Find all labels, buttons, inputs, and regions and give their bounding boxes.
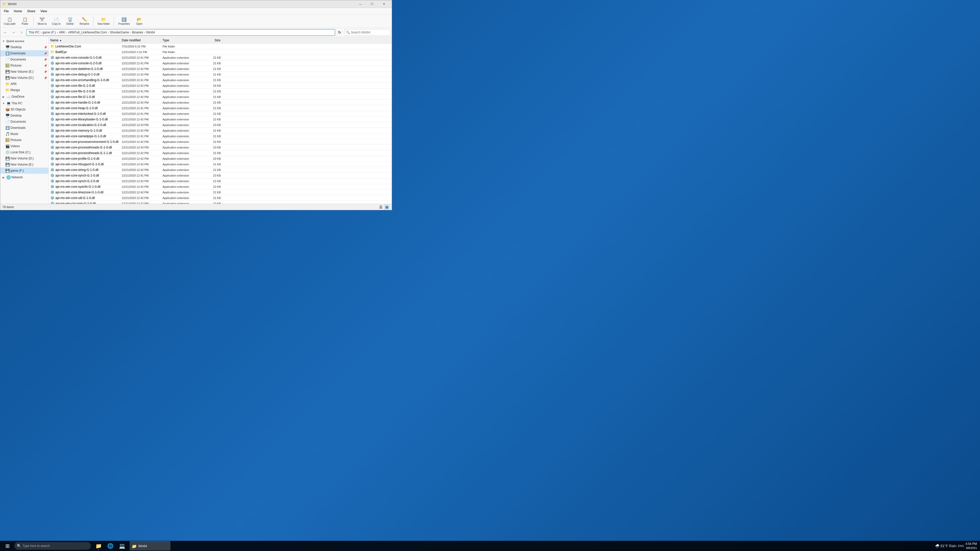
file-size: 21 KB	[202, 60, 222, 66]
sidebar-item-new-vol-d[interactable]: 💾 New Volume (D:) 📌	[0, 75, 48, 81]
sidebar-documents-pc[interactable]: 📄 Documents	[0, 119, 48, 125]
table-row[interactable]: ⚙️ api-ms-win-core-file-l1-1-0.dll 12/21…	[49, 83, 392, 89]
toolbar-properties[interactable]: ℹ️ Properties	[116, 15, 132, 27]
forward-button[interactable]: →	[10, 29, 17, 36]
toolbar-rename[interactable]: ✏️ Rename	[78, 15, 91, 27]
refresh-button[interactable]: ↻	[336, 29, 343, 36]
table-row[interactable]: 📁 BattlEye 12/21/2020 1:31 PM File folde…	[49, 49, 392, 55]
breadcrumb-shooter[interactable]: ShooterGame	[110, 30, 130, 34]
file-name: api-ms-win-core-heap-l1-1-0.dll	[56, 106, 98, 110]
column-header-type[interactable]: Type	[161, 37, 202, 43]
list-view-button[interactable]: ⊞	[384, 204, 390, 210]
toolbar-paste[interactable]: 📋 Paste	[19, 15, 32, 27]
sidebar-item-documents[interactable]: 📄 Documents 📌	[0, 56, 48, 62]
table-row[interactable]: ⚙️ api-ms-win-core-datetime-l1-1-0.dll 1…	[49, 66, 392, 72]
table-row[interactable]: ⚙️ api-ms-win-crt-conio-l1-1-0.dll 12/21…	[49, 201, 392, 204]
sidebar-3d-objects[interactable]: 📦 3D Objects	[0, 106, 48, 113]
close-button[interactable]: ✕	[378, 0, 390, 8]
table-row[interactable]: ⚙️ api-ms-win-core-rtlsupport-l1-1-0.dll…	[49, 162, 392, 167]
toolbar: 📋 Copy path 📋 Paste ✂️ Move to 📄 Copy to…	[0, 14, 392, 28]
file-date: 7/31/2020 6:31 PM	[120, 44, 161, 49]
column-header-name[interactable]: Name ▲	[49, 37, 120, 43]
menu-file[interactable]: File	[1, 8, 11, 14]
search-box[interactable]: 🔍	[344, 29, 390, 36]
table-row[interactable]: ⚙️ api-ms-win-core-localization-l1-2-0.d…	[49, 122, 392, 128]
sidebar-new-vol-e-pc[interactable]: 💾 New Volume (E:)	[0, 162, 48, 168]
menu-view[interactable]: View	[38, 8, 49, 14]
file-type-icon: ⚙️	[50, 162, 54, 166]
table-row[interactable]: ⚙️ api-ms-win-core-debug-l1-1-0.dll 12/2…	[49, 72, 392, 77]
breadcrumb-ark-full[interactable]: ARKFull_LinkNeverDie.Com	[68, 30, 107, 34]
file-size	[202, 44, 222, 49]
sidebar-item-pictures[interactable]: 🖼️ Pictures 📌	[0, 62, 48, 68]
up-button[interactable]: ↑	[18, 29, 25, 36]
table-row[interactable]: ⚙️ api-ms-win-core-file-l1-2-0.dll 12/21…	[49, 89, 392, 94]
sidebar-item-new-vol-e[interactable]: 💾 New Volume (E:) 📌	[0, 68, 48, 75]
sidebar-item-desktop[interactable]: 🖥️ Desktop 📌	[0, 44, 48, 50]
table-row[interactable]: ⚙️ api-ms-win-core-console-l1-2-0.dll 12…	[49, 60, 392, 66]
table-row[interactable]: ⚙️ api-ms-win-core-synch-l1-1-0.dll 12/2…	[49, 173, 392, 178]
file-size: 21 KB	[202, 100, 222, 105]
sidebar-game-f[interactable]: 💾 game (F:)	[0, 168, 48, 174]
details-view-button[interactable]: ☰	[378, 204, 383, 210]
sidebar-this-pc-header[interactable]: ▼ 💻 This PC	[0, 100, 48, 106]
maximize-button[interactable]: ☐	[366, 0, 378, 8]
table-row[interactable]: ⚙️ api-ms-win-core-console-l1-1-0.dll 12…	[49, 55, 392, 60]
table-row[interactable]: ⚙️ api-ms-win-core-libraryloader-l1-1-0.…	[49, 117, 392, 122]
minimize-button[interactable]: —	[355, 0, 366, 8]
breadcrumb-win64[interactable]: Win64	[146, 30, 156, 34]
sidebar-item-ark[interactable]: 📁 ARK	[0, 81, 48, 87]
sidebar-pictures-label: Pictures	[11, 64, 43, 67]
toolbar-new-folder[interactable]: 📁 New folder	[95, 15, 112, 27]
sidebar-network[interactable]: ▶ 🌐 Network	[0, 174, 48, 180]
table-row[interactable]: ⚙️ api-ms-win-core-file-l2-1-0.dll 12/21…	[49, 94, 392, 100]
table-row[interactable]: ⚙️ api-ms-win-core-processthreads-l1-1-0…	[49, 144, 392, 150]
table-row[interactable]: ⚙️ api-ms-win-core-interlocked-l1-1-0.dl…	[49, 111, 392, 117]
toolbar-open[interactable]: 📂 Open	[133, 15, 146, 27]
column-header-size[interactable]: Size	[202, 37, 222, 43]
column-header-date[interactable]: Date modified	[120, 37, 161, 43]
toolbar-copy-to[interactable]: 📄 Copy to	[50, 15, 62, 27]
breadcrumb-this-pc[interactable]: This PC	[28, 30, 40, 34]
menu-home[interactable]: Home	[11, 8, 24, 14]
breadcrumb-game[interactable]: game (F:)	[42, 30, 56, 34]
table-row[interactable]: 📁 LinkNeverDie.Com 7/31/2020 6:31 PM Fil…	[49, 44, 392, 49]
sidebar-item-downloads[interactable]: ⬇️ Downloads 📌	[0, 50, 48, 56]
back-button[interactable]: ←	[2, 29, 9, 36]
breadcrumb-ark[interactable]: ARK	[59, 30, 66, 34]
table-row[interactable]: ⚙️ api-ms-win-core-timezone-l1-1-0.dll 1…	[49, 189, 392, 195]
onedrive-icon: ☁️	[6, 95, 11, 99]
table-row[interactable]: ⚙️ api-ms-win-core-util-l1-1-0.dll 12/21…	[49, 195, 392, 201]
sidebar-desktop-label: Desktop	[11, 45, 43, 49]
sidebar-onedrive[interactable]: ▶ ☁️ OneDrive	[0, 94, 48, 100]
sidebar-downloads-pc[interactable]: ⬇️ Downloads	[0, 125, 48, 131]
breadcrumb-binaries[interactable]: Binaries	[132, 30, 144, 34]
breadcrumb[interactable]: This PC › game (F:) › ARK › ARKFull_Link…	[26, 29, 335, 36]
file-type: Application extension	[161, 105, 202, 111]
sidebar-new-vol-d-pc[interactable]: 💾 New Volume (D:)	[0, 156, 48, 162]
search-input[interactable]	[351, 30, 389, 34]
table-row[interactable]: ⚙️ api-ms-win-core-processenvironment-l1…	[49, 139, 392, 144]
sidebar-desktop-pc[interactable]: 🖥️ Desktop	[0, 113, 48, 119]
table-row[interactable]: ⚙️ api-ms-win-core-profile-l1-1-0.dll 12…	[49, 156, 392, 162]
sidebar-videos[interactable]: 🎬 Videos	[0, 143, 48, 149]
table-row[interactable]: ⚙️ api-ms-win-core-sysinfo-l1-1-0.dll 12…	[49, 184, 392, 189]
sidebar-music[interactable]: 🎵 Music	[0, 131, 48, 137]
sidebar-downloads-pc-label: Downloads	[11, 126, 47, 130]
toolbar-delete[interactable]: 🗑️ Delete	[64, 15, 76, 27]
toolbar-move-to[interactable]: ✂️ Move to	[36, 15, 49, 27]
table-row[interactable]: ⚙️ api-ms-win-core-namedpipe-l1-1-0.dll …	[49, 133, 392, 139]
table-row[interactable]: ⚙️ api-ms-win-core-string-l1-1-0.dll 12/…	[49, 167, 392, 173]
table-row[interactable]: ⚙️ api-ms-win-core-synch-l1-2-0.dll 12/2…	[49, 178, 392, 184]
sidebar-quick-access-header[interactable]: ▼ Quick access	[0, 38, 48, 44]
menu-share[interactable]: Share	[24, 8, 38, 14]
table-row[interactable]: ⚙️ api-ms-win-core-handle-l1-1-0.dll 12/…	[49, 100, 392, 105]
table-row[interactable]: ⚙️ api-ms-win-core-errorhandling-l1-1-0.…	[49, 77, 392, 83]
sidebar-local-disk-c[interactable]: 💿 Local Disk (C:)	[0, 149, 48, 156]
table-row[interactable]: ⚙️ api-ms-win-core-heap-l1-1-0.dll 12/21…	[49, 105, 392, 111]
sidebar-pictures-pc[interactable]: 🖼️ Pictures	[0, 137, 48, 143]
table-row[interactable]: ⚙️ api-ms-win-core-memory-l1-1-0.dll 12/…	[49, 128, 392, 133]
toolbar-copy-path[interactable]: 📋 Copy path	[2, 15, 18, 27]
sidebar-item-manga[interactable]: 📁 Manga	[0, 87, 48, 93]
table-row[interactable]: ⚙️ api-ms-win-core-processthreads-l1-1-1…	[49, 150, 392, 156]
